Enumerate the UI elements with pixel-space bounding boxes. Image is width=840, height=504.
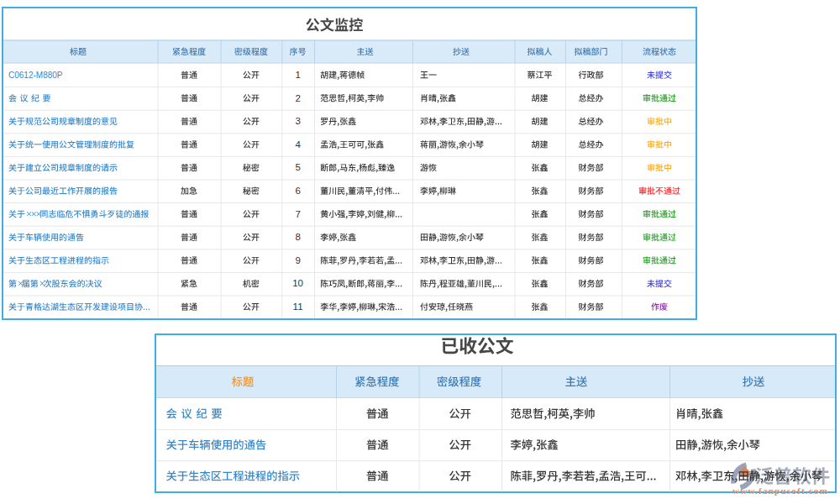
svg-text:4: 4 (295, 139, 301, 150)
svg-text:1: 1 (295, 70, 300, 80)
svg-text:3: 3 (295, 116, 300, 126)
svg-text:9: 9 (295, 255, 300, 265)
svg-text:2: 2 (295, 93, 300, 103)
svg-text:10: 10 (292, 278, 303, 288)
svg-text:7: 7 (295, 209, 300, 219)
svg-text:5: 5 (295, 162, 300, 172)
svg-text:6: 6 (295, 186, 300, 196)
svg-text:11: 11 (293, 302, 303, 312)
svg-text:www.fanpusoft.com: www.fanpusoft.com (732, 486, 828, 496)
svg-text:C0612-M880P: C0612-M880P (8, 71, 63, 80)
svg-text:8: 8 (295, 232, 300, 242)
